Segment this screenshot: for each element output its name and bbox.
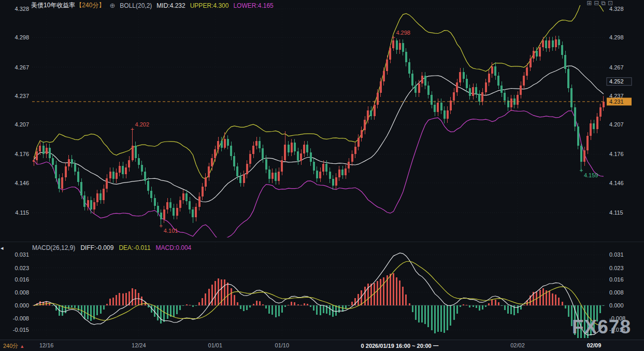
- timeframe-selector[interactable]: 240分▲: [3, 342, 24, 350]
- instrument-title: 美债10年收益率: [31, 1, 75, 10]
- price-axis-label: 4.146: [15, 180, 29, 186]
- macd-axis-label: 0.008: [15, 289, 29, 296]
- price-axis-label: 4.328: [15, 6, 29, 12]
- price-axis-label: 4.207: [609, 121, 624, 128]
- timeframe-label: 【240分】: [76, 1, 105, 10]
- x-axis-tick: 12/24: [132, 342, 146, 348]
- watermark: FX678: [572, 316, 631, 338]
- up-triangle-icon: ▲: [20, 344, 24, 349]
- macd-histogram: [33, 273, 605, 338]
- boll-upper-value: UPPER:4.300: [190, 2, 229, 9]
- macd-header: MACD(26,12,9) DIFF:-0.009 DEA:-0.011 MAC…: [32, 244, 191, 251]
- macd-axis-label: 0.023: [15, 265, 29, 271]
- macd-macd-value: MACD:0.004: [156, 244, 192, 251]
- macd-axis-label: 0.031: [609, 251, 624, 258]
- price-axis-label: 4.115: [609, 209, 623, 216]
- layout-rows-icon[interactable]: ⊟: [594, 0, 599, 7]
- chart-svg[interactable]: 4.3284.3284.2984.2984.2674.2674.2374.237…: [0, 0, 644, 351]
- panel-divider: [0, 242, 644, 242]
- extreme-price-label: 4.101: [164, 228, 178, 234]
- macd-axis-label: 0.016: [609, 276, 624, 283]
- x-axis-bar: 240分▲ 12/1612/2401/0101/1002/0202/09 0 2…: [0, 340, 644, 351]
- chart-header: 美债10年收益率 【240分】 ⊕ BOLL(20,2) MID:4.232 U…: [31, 1, 274, 10]
- price-axis-label: 4.146: [609, 180, 624, 186]
- svg-text:4.231: 4.231: [609, 99, 624, 105]
- macd-diff-value: DIFF:-0.009: [80, 244, 113, 251]
- macd-axis-label: -0.008: [13, 315, 29, 321]
- macd-axis-label: 0.016: [15, 276, 29, 283]
- price-axis-label: 4.176: [15, 151, 29, 157]
- svg-text:4.252: 4.252: [609, 78, 624, 85]
- boll-lower-line: [34, 110, 604, 240]
- macd-axis-label: 0.031: [15, 251, 29, 258]
- price-axis-label: 4.267: [609, 64, 624, 71]
- layout-cascade-icon[interactable]: ⧉: [601, 0, 606, 7]
- macd-axis-label: 0.008: [609, 289, 624, 296]
- gridlines: [32, 6, 605, 338]
- boll-mid-value: MID:4.232: [156, 2, 185, 9]
- collapse-panel-arrow[interactable]: ◂: [1, 245, 4, 251]
- boll-upper-line: [34, 0, 604, 179]
- price-tags: 4.2524.231: [607, 78, 632, 106]
- candles-layer: [33, 36, 605, 226]
- price-axis-label: 4.207: [15, 121, 29, 128]
- boll-lower-value: LOWER:4.165: [233, 2, 273, 9]
- window-layout-toolbar: ⊞ ⊟ ⧉ ⊡: [586, 0, 613, 7]
- macd-axis-label: 0.000: [15, 302, 29, 308]
- macd-axis-label: -0.015: [13, 327, 29, 333]
- layout-single-icon[interactable]: ⊡: [608, 0, 613, 7]
- x-axis-tick: 01/01: [208, 342, 223, 348]
- x-axis-tick: 02/09: [587, 342, 602, 348]
- boll-indicator-label: BOLL(20,2): [120, 2, 152, 9]
- timeframe-selector-label: 240分: [3, 343, 18, 349]
- macd-dea-value: DEA:-0.011: [119, 244, 150, 251]
- x-axis-tick: 01/10: [275, 342, 290, 348]
- price-panel: [33, 0, 605, 240]
- price-axis-label: 4.237: [15, 93, 29, 99]
- price-axis-label: 4.176: [609, 151, 624, 157]
- price-annotations: 4.2024.1014.2984.159: [131, 30, 598, 233]
- macd-panel: [32, 253, 605, 338]
- price-axis-label: 4.298: [15, 34, 29, 40]
- layout-grid-icon[interactable]: ⊞: [586, 0, 592, 7]
- extreme-price-label: 4.159: [584, 172, 598, 178]
- chart-canvas[interactable]: 4.3284.3284.2984.2984.2674.2674.2374.237…: [0, 0, 644, 351]
- macd-axis-label: 0.023: [609, 265, 624, 271]
- boll-mid-line: [34, 66, 604, 202]
- add-indicator-icon[interactable]: ⊕: [109, 2, 115, 9]
- macd-axis-label: 0.000: [609, 302, 624, 308]
- trading-chart-app: 4.3284.3284.2984.2984.2674.2674.2374.237…: [0, 0, 644, 351]
- price-axis-label: 4.267: [15, 64, 29, 71]
- macd-indicator-label: MACD(26,12,9): [32, 244, 75, 251]
- price-axis-label: 4.298: [609, 34, 624, 40]
- extreme-price-label: 4.298: [396, 30, 410, 36]
- crosshair-date-label: 0 2026/01/19 16:00 ~ 20:00 一: [361, 342, 439, 350]
- x-axis-tick: 12/16: [39, 342, 54, 348]
- x-axis-tick: 02/02: [510, 342, 525, 348]
- extreme-price-label: 4.202: [135, 121, 150, 128]
- price-axis-label: 4.115: [15, 209, 29, 216]
